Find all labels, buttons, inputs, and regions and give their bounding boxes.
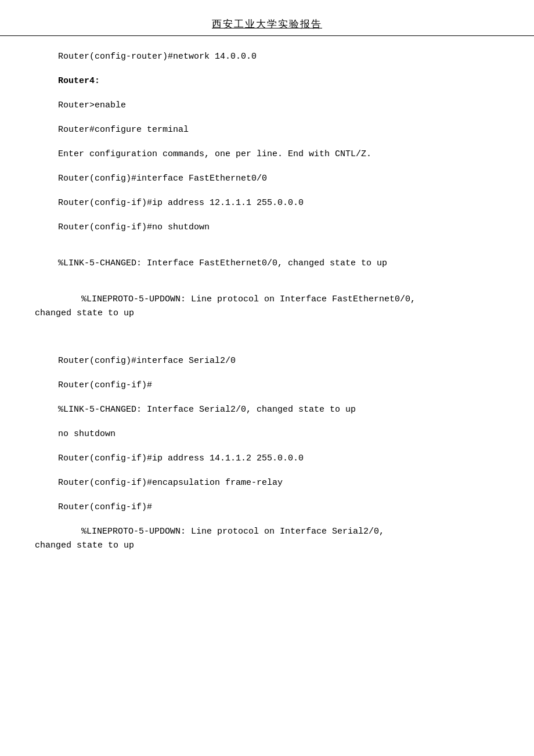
page: 西安工业大学实验报告 Router(config-router)#network… (0, 0, 534, 756)
line-enter-config: Enter configuration commands, one per li… (35, 147, 499, 161)
line-interface-serial: Router(config)#interface Serial2/0 (35, 354, 499, 368)
lineproto-fe-block: %LINEPROTO-5-UPDOWN: Line protocol on In… (35, 293, 499, 321)
line-no-shutdown-fe: Router(config-if)#no shutdown (35, 221, 499, 235)
line-no-shutdown-serial: no shutdown (35, 427, 499, 441)
line-network: Router(config-router)#network 14.0.0.0 (35, 50, 499, 64)
line-ip-address-fe: Router(config-if)#ip address 12.1.1.1 25… (35, 196, 499, 210)
lineproto-serial-first: %LINEPROTO-5-UPDOWN: Line protocol on In… (35, 525, 499, 539)
spacer3 (35, 331, 499, 343)
line-config-if-prompt2: Router(config-if)# (35, 501, 499, 514)
lineproto-fe-first: %LINEPROTO-5-UPDOWN: Line protocol on In… (35, 293, 499, 307)
page-title: 西安工业大学实验报告 (212, 19, 322, 30)
line-link-changed-fe: %LINK-5-CHANGED: Interface FastEthernet0… (35, 257, 499, 271)
line-router4-label: Router4: (35, 74, 499, 88)
line-interface-fe00: Router(config)#interface FastEthernet0/0 (35, 172, 499, 186)
spacer2 (35, 281, 499, 293)
lineproto-serial-cont: changed state to up (35, 539, 499, 553)
spacer1 (35, 245, 499, 257)
lineproto-fe-cont: changed state to up (35, 307, 499, 321)
lineproto-serial-block: %LINEPROTO-5-UPDOWN: Line protocol on In… (35, 525, 499, 553)
line-enable: Router>enable (35, 99, 499, 113)
line-config-if-prompt1: Router(config-if)# (35, 379, 499, 393)
spacer4 (35, 343, 499, 354)
page-header: 西安工业大学实验报告 (0, 12, 534, 36)
line-encapsulation: Router(config-if)#encapsulation frame-re… (35, 476, 499, 490)
line-ip-address-serial: Router(config-if)#ip address 14.1.1.2 25… (35, 452, 499, 466)
line-link-changed-serial: %LINK-5-CHANGED: Interface Serial2/0, ch… (35, 403, 499, 417)
page-content: Router(config-router)#network 14.0.0.0 R… (0, 50, 534, 553)
line-configure: Router#configure terminal (35, 123, 499, 137)
